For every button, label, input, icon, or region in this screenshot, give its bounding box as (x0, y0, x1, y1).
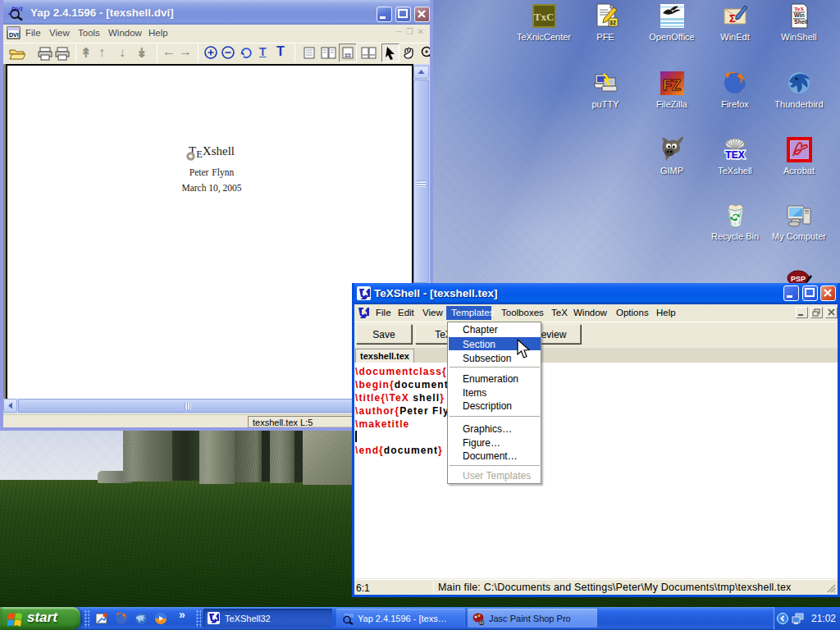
svg-text:TeX: TeX (794, 6, 804, 12)
svg-text:PSP: PSP (790, 275, 805, 283)
svg-text:Win: Win (794, 12, 805, 18)
svg-text:TxC: TxC (533, 11, 554, 23)
svg-text:Σ: Σ (729, 12, 736, 25)
svg-text:TEX: TEX (725, 149, 744, 161)
svg-text:32: 32 (609, 20, 616, 25)
svg-text:FZ: FZ (663, 77, 681, 94)
svg-text:Shell: Shell (794, 19, 808, 25)
svg-text:8: 8 (480, 620, 483, 626)
